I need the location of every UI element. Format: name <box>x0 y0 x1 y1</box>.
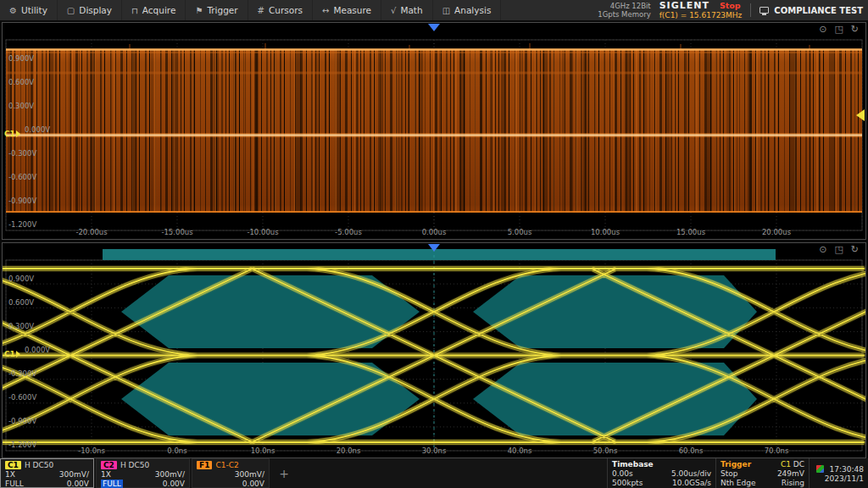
status-bar: C1H DC50 1X300mV/ FULL0.00V C2H DC50 1X3… <box>0 458 868 488</box>
menu-utility[interactable]: ⚙Utility <box>0 0 58 20</box>
time-label: 60.0ns <box>679 446 704 455</box>
acquire-icon: ⊓ <box>131 6 138 15</box>
eye-mask <box>103 249 776 435</box>
add-channel-button[interactable]: + <box>271 458 297 488</box>
time-label: -10.0ns <box>78 446 105 455</box>
menu-label: Math <box>400 5 422 15</box>
trigger-status[interactable]: TriggerC1 DC Stop249mV Nth EdgeRising <box>715 458 809 488</box>
frequency-readout: f(C1) = 15.61723MHz <box>659 11 743 20</box>
brand-logo: SIGLENT <box>659 0 709 11</box>
volt-label: -1.200V <box>8 220 36 229</box>
c1-offset: 0.00V <box>67 480 89 488</box>
menu-bar: ⚙Utility ▢Display ⊓Acquire ⚑Trigger #Cur… <box>0 0 868 20</box>
volt-label: -1.200V <box>8 441 36 449</box>
c2-badge: C2 <box>101 461 117 469</box>
menu-label: Utility <box>21 5 47 15</box>
f1-offset: 0.00V <box>242 480 264 488</box>
camera-icon[interactable]: ⊙ <box>819 245 826 255</box>
expand-icon[interactable]: ◳ <box>834 245 843 255</box>
trigger-position-marker[interactable] <box>428 244 440 252</box>
channel-c2-status[interactable]: C2H DC50 1X300mV/ FULL0.00V <box>96 458 190 488</box>
time-label: 20.00us <box>762 228 791 236</box>
brand-box: SIGLENT Stop f(C1) = 15.61723MHz <box>659 0 743 20</box>
clock-date: 2023/11/1 <box>825 474 864 483</box>
camera-icon[interactable]: ⊙ <box>819 25 826 35</box>
time-label: 0.0ns <box>167 446 186 455</box>
trigger-level-marker[interactable] <box>856 109 865 121</box>
menu-cursors[interactable]: #Cursors <box>248 0 313 20</box>
f1-scale: 300mV/ <box>235 470 264 479</box>
separator <box>750 3 751 17</box>
menu-analysis[interactable]: ◫Analysis <box>433 0 502 20</box>
waveform-panel-main[interactable]: 0.900V 0.600V 0.300V 0.000V -0.300V -0.6… <box>2 22 866 240</box>
menu-label: Measure <box>333 5 371 15</box>
menu-measure[interactable]: ↔Measure <box>313 0 381 20</box>
eye-diagram-svg <box>3 243 865 458</box>
clock[interactable]: 17:30:48 2023/11/1 <box>809 458 868 488</box>
display-icon: ▢ <box>67 6 75 15</box>
time-label: -20.00us <box>75 228 107 236</box>
menu-label: Acquire <box>142 5 176 15</box>
measure-icon: ↔ <box>322 6 329 15</box>
c2-offset: 0.00V <box>163 480 185 488</box>
spec-memory: 1Gpts Memory <box>598 10 650 19</box>
f1-badge: F1 <box>197 461 212 469</box>
c1-level-marker[interactable]: C1 <box>4 350 20 358</box>
time-label: 0.00us <box>422 228 447 236</box>
c1-level-marker[interactable]: C1 <box>4 130 20 138</box>
c1-attenuation: 1X <box>5 470 15 479</box>
volt-label: 0.600V <box>8 298 34 307</box>
c2-scale: 300mV/ <box>155 470 185 479</box>
c1-marker-label: C1 <box>4 350 15 358</box>
trigger-coupling: DC <box>793 460 804 469</box>
clock-time: 17:30:48 <box>830 465 864 474</box>
eye-diagram-panel[interactable]: 0.900V 0.600V 0.300V 0.000V -0.300V -0.6… <box>2 242 866 458</box>
c2-attenuation: 1X <box>101 470 111 479</box>
volt-label: -0.600V <box>8 393 36 402</box>
menu-label: Trigger <box>207 5 237 15</box>
time-label: 30.0ns <box>422 446 447 455</box>
cursors-icon: # <box>258 6 264 15</box>
menu-math[interactable]: √Math <box>381 0 433 20</box>
channel-c1-status[interactable]: C1H DC50 1X300mV/ FULL0.00V <box>0 458 94 488</box>
expand-icon[interactable]: ◳ <box>834 25 843 35</box>
volt-label: 0.300V <box>8 102 34 110</box>
captured-signal <box>6 43 862 213</box>
time-label: 40.0ns <box>508 446 532 455</box>
trigger-level: 249mV <box>777 469 804 478</box>
reset-zoom-icon[interactable]: ↻ <box>851 25 859 35</box>
menu-acquire[interactable]: ⊓Acquire <box>122 0 186 20</box>
monitor-icon <box>760 7 769 14</box>
volt-label: 0.000V <box>25 346 50 354</box>
trigger-run-state: Stop <box>721 469 737 478</box>
timebase-status[interactable]: Timebase 0.00s5.00us/div 500kpts10.0GSa/… <box>607 458 715 488</box>
menu-items: ⚙Utility ▢Display ⊓Acquire ⚑Trigger #Cur… <box>0 0 501 20</box>
network-icon <box>816 465 824 473</box>
c1-coupling: H DC50 <box>25 461 53 469</box>
time-label: 50.0ns <box>593 446 618 455</box>
time-label: 70.0ns <box>765 446 789 455</box>
compliance-label: COMPLIANCE TEST <box>774 6 863 15</box>
volt-label: 0.900V <box>8 274 34 283</box>
c1-bandwidth: FULL <box>5 480 24 488</box>
time-label: 5.00us <box>508 228 532 236</box>
menu-label: Cursors <box>269 5 303 15</box>
c1-marker-label: C1 <box>4 130 15 138</box>
volt-label: 0.900V <box>8 54 34 63</box>
time-label: 10.0ns <box>251 446 275 455</box>
timebase-points: 500kpts <box>612 479 643 487</box>
utility-icon: ⚙ <box>9 6 17 15</box>
main-waveform-svg <box>3 23 865 239</box>
compliance-test-button[interactable]: COMPLIANCE TEST <box>760 6 863 15</box>
acquisition-status: Stop <box>720 1 741 10</box>
volt-label: -0.600V <box>8 173 36 181</box>
c2-bandwidth[interactable]: FULL <box>101 480 123 488</box>
trigger-flag-icon: ⚑ <box>195 6 203 15</box>
menu-display[interactable]: ▢Display <box>58 0 122 20</box>
function-f1-status[interactable]: F1C1-C2 300mV/ 0.00V <box>192 458 270 488</box>
trigger-position-marker[interactable] <box>428 24 440 31</box>
time-label: 15.00us <box>676 228 705 236</box>
menu-trigger[interactable]: ⚑Trigger <box>186 0 248 20</box>
volt-label: -0.300V <box>8 149 36 158</box>
reset-zoom-icon[interactable]: ↻ <box>851 245 859 255</box>
